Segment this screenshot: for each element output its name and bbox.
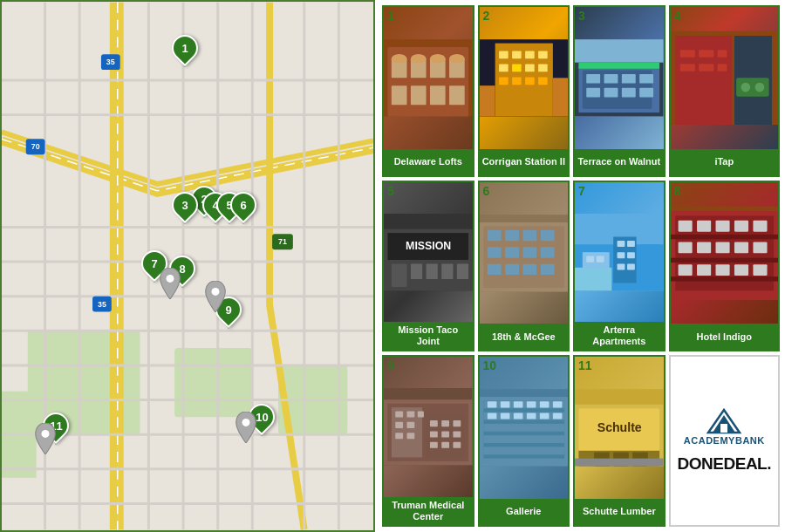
svg-rect-64 <box>512 77 522 85</box>
svg-rect-126 <box>627 252 635 258</box>
location-image-6: 6 <box>480 182 569 324</box>
svg-rect-182 <box>513 402 522 408</box>
svg-text:70: 70 <box>31 142 40 151</box>
svg-point-48 <box>411 54 427 64</box>
svg-rect-54 <box>552 78 568 116</box>
svg-rect-156 <box>395 412 403 418</box>
svg-rect-124 <box>627 241 635 247</box>
map-pin-3[interactable]: 3 <box>172 192 198 224</box>
svg-rect-55 <box>499 51 509 58</box>
svg-point-50 <box>449 54 465 64</box>
locations-grid: 1 Delaware Lofts <box>382 5 780 527</box>
svg-rect-191 <box>552 413 562 419</box>
location-label-4: iTap <box>671 149 778 175</box>
svg-rect-99 <box>441 263 453 279</box>
location-label-5: Mission Taco Joint <box>384 322 473 350</box>
location-item-4[interactable]: 4 iTap <box>669 5 780 177</box>
svg-rect-149 <box>734 264 748 276</box>
svg-rect-203 <box>720 424 727 433</box>
svg-rect-62 <box>538 64 548 72</box>
location-image-7: 7 <box>575 182 664 322</box>
svg-rect-66 <box>538 77 548 85</box>
svg-point-49 <box>430 54 446 64</box>
location-label-3: Terrace on Walnut <box>575 149 664 175</box>
svg-rect-181 <box>500 402 509 408</box>
location-item-3[interactable]: 3 Terrace on Walnut <box>573 5 666 177</box>
svg-rect-63 <box>499 77 509 85</box>
svg-rect-57 <box>525 51 535 58</box>
anchor-pin-2 <box>158 268 182 303</box>
anchor-pin-3 <box>234 412 258 447</box>
location-item-9[interactable]: 9 Truman Medical Center <box>382 355 474 527</box>
svg-rect-88 <box>717 64 727 72</box>
svg-rect-137 <box>697 220 711 231</box>
svg-rect-112 <box>487 263 501 274</box>
svg-rect-108 <box>487 247 501 257</box>
location-item-6[interactable]: 6 18th & McGee <box>478 181 570 352</box>
svg-rect-60 <box>512 64 522 72</box>
svg-rect-135 <box>671 276 778 281</box>
svg-point-33 <box>212 288 220 296</box>
svg-rect-184 <box>539 402 549 408</box>
svg-point-47 <box>392 54 407 64</box>
svg-rect-81 <box>675 36 731 125</box>
svg-rect-171 <box>453 442 461 448</box>
svg-rect-158 <box>418 412 424 418</box>
svg-rect-162 <box>406 433 414 440</box>
location-label-6: 18th & McGee <box>480 324 569 350</box>
donedeal-text: DONEDEAL. <box>678 454 771 473</box>
svg-rect-190 <box>539 413 549 419</box>
svg-rect-106 <box>522 230 536 241</box>
location-item-1[interactable]: 1 Delaware Lofts <box>382 5 474 177</box>
svg-rect-115 <box>540 263 554 274</box>
svg-rect-138 <box>715 220 729 231</box>
svg-rect-150 <box>753 264 767 276</box>
svg-rect-97 <box>411 263 422 279</box>
svg-text:MISSION: MISSION <box>406 240 451 252</box>
svg-rect-141 <box>678 242 692 253</box>
svg-rect-161 <box>395 433 403 440</box>
locations-panel: 1 Delaware Lofts <box>375 0 785 532</box>
svg-rect-71 <box>586 74 600 84</box>
location-image-5: MISSION 5 <box>384 182 473 322</box>
svg-rect-75 <box>586 88 600 98</box>
svg-rect-189 <box>526 413 536 419</box>
svg-rect-84 <box>699 50 713 58</box>
location-label-11: Schutte Lumber <box>575 499 664 525</box>
svg-rect-59 <box>499 64 509 72</box>
svg-text:35: 35 <box>98 300 106 309</box>
svg-rect-133 <box>671 235 778 239</box>
svg-rect-188 <box>513 413 522 419</box>
location-item-10[interactable]: 10 Gallerie <box>478 355 570 527</box>
svg-rect-43 <box>392 85 407 105</box>
svg-rect-121 <box>586 256 594 262</box>
svg-rect-77 <box>622 88 636 98</box>
location-item-5[interactable]: MISSION 5 Mission Taco Joint <box>382 181 474 352</box>
svg-rect-136 <box>678 220 692 231</box>
location-item-7[interactable]: 7 Arterra Apartments <box>573 181 666 352</box>
svg-rect-128 <box>627 263 635 269</box>
svg-rect-104 <box>487 230 501 241</box>
svg-rect-179 <box>483 447 564 455</box>
location-item-11[interactable]: Schulte 11 Schutte Lumber <box>573 355 666 527</box>
svg-rect-122 <box>597 256 604 262</box>
location-label-1: Delaware Lofts <box>384 149 473 175</box>
svg-point-90 <box>741 83 750 92</box>
svg-rect-83 <box>679 50 694 58</box>
location-item-2[interactable]: 2 Corrigan Station II <box>478 5 570 177</box>
map-pin-6[interactable]: 6 <box>230 192 256 224</box>
academy-bank-logo: ACADEMYBANK <box>684 408 765 446</box>
svg-rect-110 <box>522 247 536 257</box>
svg-rect-170 <box>441 442 449 448</box>
location-image-11: Schulte 11 <box>575 357 664 499</box>
svg-rect-74 <box>639 74 653 84</box>
map-pin-1[interactable]: 1 <box>172 35 198 67</box>
location-label-9: Truman Medical Center <box>384 497 473 525</box>
svg-rect-79 <box>578 63 659 69</box>
location-image-10: 10 <box>480 357 569 499</box>
location-label-10: Gallerie <box>480 499 569 525</box>
academy-bank-text: ACADEMYBANK <box>684 436 765 446</box>
svg-rect-169 <box>430 442 438 448</box>
location-item-8[interactable]: 8 Hotel Indigo <box>669 181 780 352</box>
svg-rect-127 <box>618 263 625 269</box>
